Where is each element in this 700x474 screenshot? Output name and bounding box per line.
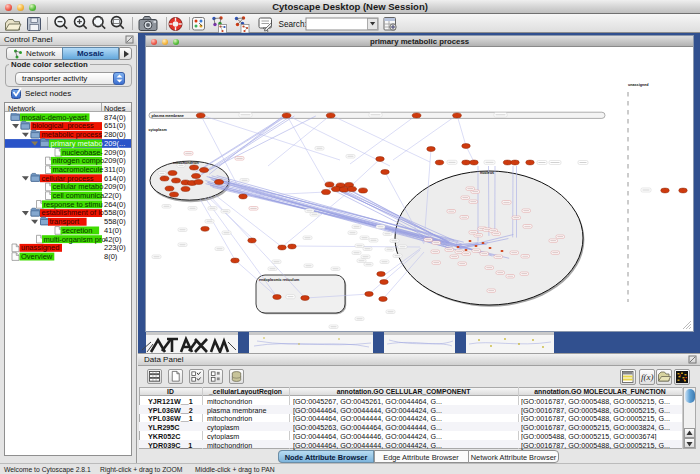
svg-text:311(0): 311(0) [104, 164, 126, 173]
svg-text:transport: transport [50, 217, 81, 226]
svg-text:280(0): 280(0) [104, 130, 126, 139]
svg-text:42(0): 42(0) [104, 234, 122, 243]
svg-text:mitochondrion: mitochondrion [173, 161, 200, 165]
svg-text:macromolecule: macromolecule [53, 164, 104, 173]
svg-text:264(0): 264(0) [104, 199, 126, 208]
svg-text:22(0): 22(0) [104, 191, 122, 200]
svg-text:41(0): 41(0) [104, 225, 122, 234]
svg-text:209(0): 209(0) [104, 156, 126, 165]
svg-text:f(x): f(x) [641, 372, 654, 382]
svg-text:plasma membrane: plasma membrane [152, 114, 184, 118]
svg-text:223(0): 223(0) [104, 243, 126, 252]
svg-text:endoplasmic reticulum: endoplasmic reticulum [259, 278, 300, 282]
svg-text:209(...: 209(... [104, 138, 125, 147]
svg-text:multi-organism pro: multi-organism pro [44, 234, 106, 243]
svg-text:558(0): 558(0) [104, 217, 126, 226]
svg-text:unassigned: unassigned [628, 83, 649, 87]
svg-text:Overview: Overview [21, 251, 53, 260]
svg-text:nitrogen compo: nitrogen compo [53, 156, 105, 165]
svg-text:establishment of lo: establishment of lo [42, 208, 105, 217]
svg-text:mosaic-demo-yeast: mosaic-demo-yeast [22, 113, 88, 122]
svg-text:cellular process: cellular process [42, 173, 94, 182]
svg-text:cellular metabo: cellular metabo [53, 182, 104, 191]
svg-text:metabolic process: metabolic process [42, 130, 103, 139]
svg-text:nucleobase-: nucleobase- [62, 147, 103, 156]
svg-text:cytoplasm: cytoplasm [149, 128, 168, 132]
svg-text:secretion: secretion [62, 225, 92, 234]
svg-text:response to stimu: response to stimu [44, 199, 103, 208]
svg-text:Search:: Search: [279, 20, 307, 29]
svg-text:209(0): 209(0) [104, 182, 126, 191]
svg-text:874(0): 874(0) [104, 113, 126, 122]
svg-text:8(0): 8(0) [104, 251, 118, 260]
svg-text:biological_process: biological_process [32, 121, 94, 130]
svg-text:209(0): 209(0) [104, 147, 126, 156]
svg-text:primary metabo: primary metabo [51, 138, 103, 147]
svg-text:558(0): 558(0) [104, 208, 126, 217]
svg-text:cell communica: cell communica [53, 191, 106, 200]
svg-text:unassigned: unassigned [21, 243, 59, 252]
svg-text:nucleus: nucleus [480, 171, 494, 175]
svg-text:614(0): 614(0) [104, 173, 126, 182]
svg-text:651(0): 651(0) [104, 121, 126, 130]
